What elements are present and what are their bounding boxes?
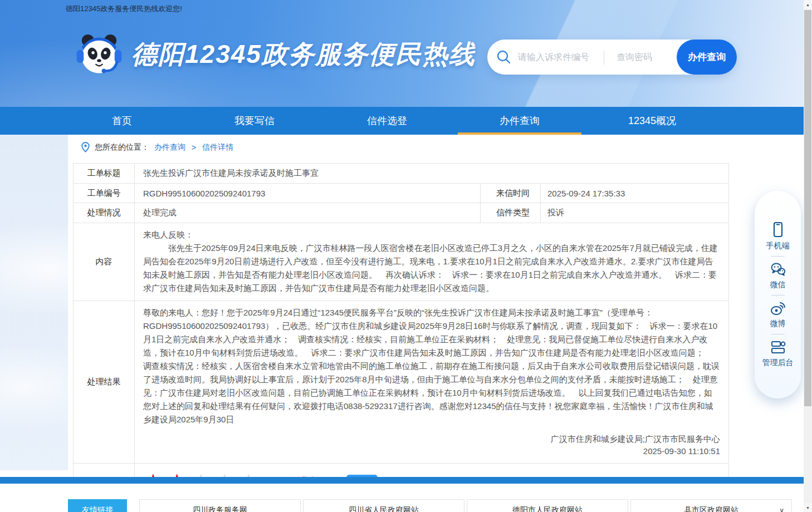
ticket-query-button[interactable]: 办件查询 (677, 40, 737, 75)
footer: 友情链接 四川政务服务网 四川省人民政府网站 德阳市人民政府网站 县市区政府网站… (0, 484, 804, 512)
nav-tab-write-letter[interactable]: 我要写信 (188, 107, 321, 135)
breadcrumb-link-ticket-query[interactable]: 办件查询 (154, 142, 185, 152)
sidebar-item-mobile[interactable]: 手机端 (766, 221, 790, 251)
panda-logo (76, 31, 123, 78)
table-row-result: 处理结果 尊敬的来电人：您好！您于2025年9月24日通过“12345便民服务平… (74, 301, 728, 464)
ticket-number-input[interactable] (517, 52, 604, 63)
search-icon (496, 50, 511, 65)
result-time: 2025-09-30 11:10:51 (143, 445, 720, 457)
footer-divider-bar (0, 477, 804, 484)
search-divider (604, 50, 604, 65)
content-background: 您所在的位置： 办件查询 > 信件详情 工单标题 张先生投诉广汉市住建局未按承诺… (0, 135, 804, 470)
sidebar-divider (771, 334, 785, 334)
footer-link-deyang-gov[interactable]: 德阳市人民政府网站 (467, 499, 628, 512)
header-banner: 德阳12345政务服务便民热线欢迎您! (0, 0, 804, 107)
breadcrumb-link-letter-detail[interactable]: 信件详情 (202, 142, 233, 152)
result-body: 尊敬的来电人：您好！您于2025年9月24日通过“12345便民服务平台”反映的… (143, 308, 720, 424)
friendly-links-row: 友情链接 四川政务服务网 四川省人民政府网站 德阳市人民政府网站 县市区政府网站… (68, 499, 792, 512)
table-row-title: 工单标题 张先生投诉广汉市住建局未按承诺及时施工事宜 (74, 164, 728, 184)
mobile-icon (770, 221, 786, 238)
result-signature-block: 广汉市住房和城乡建设局;广汉市市民服务中心2025-09-30 11:10:51 (143, 433, 720, 457)
number-label: 工单编号 (74, 184, 135, 203)
scrollbar-thumb[interactable] (804, 10, 811, 406)
time-value: 2025-09-24 17:35:33 (541, 184, 728, 203)
nav-tab-home[interactable]: 首页 (56, 107, 188, 135)
status-label: 处理情况 (74, 203, 135, 223)
page-viewport: 德阳12345政务服务便民热线欢迎您! (0, 0, 804, 512)
nav-tab-overview[interactable]: 12345概况 (586, 107, 718, 135)
sidebar-divider (771, 295, 785, 296)
brand: 德阳12345政务服务便民热线 (76, 31, 476, 78)
sidebar-item-weibo[interactable]: 微博 (770, 301, 786, 329)
nav-tab-letter-selection[interactable]: 信件选登 (321, 107, 453, 135)
quick-access-sidebar: 手机端 微信 (755, 191, 801, 398)
type-label: 信件类型 (481, 203, 541, 223)
content-card: 您所在的位置： 办件查询 > 信件详情 工单标题 张先生投诉广汉市住建局未按承诺… (68, 135, 804, 470)
scrollbar-down-icon[interactable]: ▼ (804, 503, 812, 512)
table-row-status: 处理情况 处理完成 信件类型 投诉 (74, 203, 728, 223)
admin-backend-icon (770, 339, 786, 355)
status-value: 处理完成 (135, 203, 481, 223)
content-label: 内容 (74, 223, 135, 301)
title-value: 张先生投诉广汉市住建局未按承诺及时施工事宜 (135, 164, 728, 183)
table-row-content: 内容 来电人反映： 张先生于2025年09月24日来电反映，广汉市桂林路一段人医… (74, 223, 728, 301)
footer-dropdown-county-sites[interactable]: 县市区政府网站 ∨ (630, 499, 792, 512)
main-nav: 首页 我要写信 信件选登 办件查询 12345概况 (0, 107, 804, 135)
welcome-text: 德阳12345政务服务便民热线欢迎您! (66, 4, 182, 14)
table-row-number: 工单编号 RGDH995106002025092401793 来信时间 2025… (74, 184, 728, 203)
footer-link-sichuan-gov-service[interactable]: 四川政务服务网 (139, 499, 301, 512)
title-label: 工单标题 (74, 164, 135, 183)
ticket-detail-table: 工单标题 张先生投诉广汉市住建局未按承诺及时施工事宜 工单编号 RGDH9951… (73, 163, 729, 512)
number-value: RGDH995106002025092401793 (135, 184, 481, 203)
breadcrumb: 您所在的位置： 办件查询 > 信件详情 (81, 142, 233, 152)
type-value: 投诉 (541, 203, 728, 223)
nav-tab-ticket-query[interactable]: 办件查询 (453, 107, 586, 135)
page-scrollbar: ▲ ▼ (804, 0, 812, 512)
content-body: 来电人反映： 张先生于2025年09月24日来电反映，广汉市桂林路一段人医宿舍楼… (135, 223, 728, 301)
sidebar-divider (771, 256, 785, 257)
ticket-search-bar: 办件查询 (487, 40, 736, 75)
wechat-icon (770, 262, 786, 277)
scrollbar-up-icon[interactable]: ▲ (804, 0, 812, 9)
result-signature: 广汉市住房和城乡建设局;广汉市市民服务中心 (143, 433, 720, 445)
query-password-input[interactable] (615, 52, 677, 63)
location-pin-icon (81, 142, 90, 152)
site-title: 德阳12345政务服务便民热线 (131, 37, 476, 72)
footer-link-sichuan-gov[interactable]: 四川省人民政府网站 (303, 499, 464, 512)
breadcrumb-separator: > (192, 143, 196, 152)
result-label: 处理结果 (74, 301, 135, 463)
sidebar-item-wechat[interactable]: 微信 (770, 262, 786, 290)
sidebar-item-admin[interactable]: 管理后台 (762, 339, 794, 368)
breadcrumb-prefix: 您所在的位置： (95, 142, 149, 152)
result-cell: 尊敬的来电人：您好！您于2025年9月24日通过“12345便民服务平台”反映的… (135, 301, 728, 463)
time-label: 来信时间 (481, 184, 541, 203)
chevron-down-icon: ∨ (779, 506, 784, 512)
weibo-icon (770, 301, 786, 316)
friendly-links-label: 友情链接 (68, 499, 127, 512)
